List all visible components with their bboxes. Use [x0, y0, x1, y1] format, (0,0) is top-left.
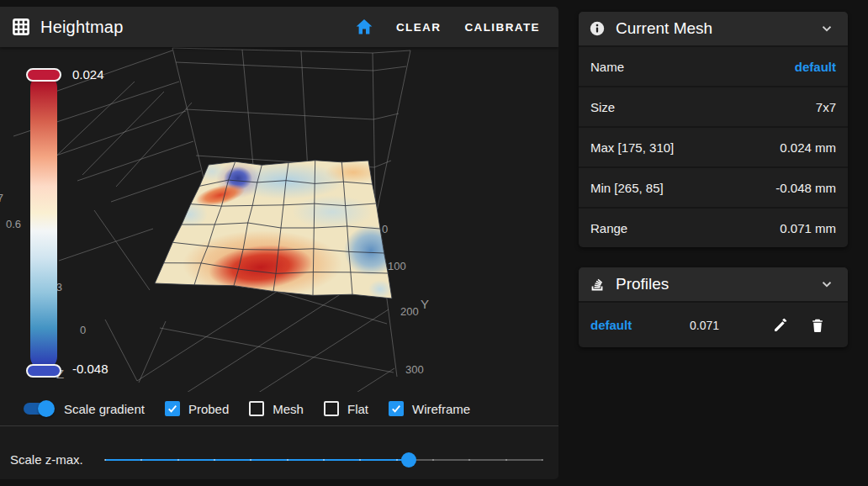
- checkbox-probed-box: [165, 401, 180, 416]
- scale-gradient-label: Scale gradient: [64, 402, 145, 416]
- checkbox-flat-box: [324, 401, 339, 416]
- profile-name-link[interactable]: default: [590, 318, 690, 332]
- mesh-surface: [155, 161, 398, 298]
- calibrate-button[interactable]: CALIBRATE: [453, 13, 552, 42]
- mesh-row-range-label: Range: [590, 221, 627, 235]
- checkbox-probed[interactable]: Probed: [165, 401, 229, 416]
- colorbar-min-label: -0.048: [72, 362, 108, 376]
- current-mesh-card: Current Mesh Name default Size 7x7 Max […: [579, 12, 848, 247]
- mesh-row-min-label: Min [265, 85]: [590, 181, 664, 195]
- checkbox-wireframe[interactable]: Wireframe: [389, 401, 470, 416]
- checkbox-probed-label: Probed: [188, 402, 229, 416]
- mesh-row-range: Range 0.071 mm: [579, 207, 848, 247]
- pencil-icon: [772, 317, 789, 334]
- mesh-row-max: Max [175, 310] 0.024 mm: [579, 126, 848, 166]
- profiles-card: Profiles default 0.071: [579, 267, 848, 347]
- mesh-row-max-value: 0.024 mm: [780, 140, 836, 155]
- checkbox-flat-label: Flat: [347, 402, 368, 416]
- heightmap-card: Heightmap CLEAR CALIBRATE: [0, 7, 558, 479]
- colorbar-min-handle[interactable]: [26, 364, 61, 378]
- home-position-button[interactable]: [344, 10, 384, 44]
- y-tick-100: 100: [388, 260, 406, 272]
- y-tick-0: 0: [382, 223, 388, 235]
- plot-canvas: 0.7 0.6 0.3 0 Z 0 100 200 300 Y: [0, 47, 558, 392]
- mesh-row-min: Min [265, 85] -0.048 mm: [579, 166, 848, 207]
- checkbox-wireframe-box: [389, 401, 404, 416]
- mesh-row-size-value: 7x7: [816, 100, 836, 114]
- checkbox-wireframe-label: Wireframe: [412, 402, 470, 416]
- current-mesh-title: Current Mesh: [616, 19, 816, 38]
- zmax-slider-thumb[interactable]: [401, 452, 416, 468]
- checkbox-mesh[interactable]: Mesh: [249, 401, 304, 416]
- page-title: Heightmap: [40, 18, 124, 37]
- stack-icon: [589, 276, 606, 293]
- edit-profile-button[interactable]: [762, 312, 799, 339]
- scale-gradient-toggle[interactable]: [23, 400, 53, 417]
- colorbar-max-label: 0.024: [72, 67, 104, 82]
- y-tick-300: 300: [405, 363, 424, 376]
- heightmap-toolbar: Heightmap CLEAR CALIBRATE: [0, 7, 558, 47]
- z-tick-0-6: 0.6: [6, 218, 21, 230]
- profiles-collapse-button[interactable]: [816, 273, 838, 295]
- y-axis-label: Y: [421, 297, 429, 311]
- mesh-row-name-value[interactable]: default: [795, 60, 836, 74]
- colorbar-scale: [30, 71, 57, 374]
- current-mesh-collapse-button[interactable]: [816, 18, 838, 40]
- zmax-slider-label: Scale z-max.: [10, 452, 83, 467]
- mesh-row-min-value: -0.048 mm: [775, 181, 836, 195]
- display-options-row: Scale gradient Probed Mesh Flat Wirefram…: [0, 392, 558, 425]
- checkbox-mesh-box: [249, 401, 264, 416]
- current-mesh-header: Current Mesh: [579, 12, 848, 45]
- mesh-row-range-value: 0.071 mm: [780, 221, 836, 235]
- info-icon: [589, 20, 606, 37]
- mesh-row-size-label: Size: [590, 100, 615, 114]
- colorbar-max-handle[interactable]: [26, 68, 61, 82]
- checkbox-mesh-label: Mesh: [273, 402, 304, 416]
- delete-profile-button[interactable]: [799, 312, 836, 339]
- heightmap-3d-plot[interactable]: 0.7 0.6 0.3 0 Z 0 100 200 300 Y: [0, 47, 558, 392]
- y-tick-200: 200: [400, 305, 419, 318]
- profiles-title: Profiles: [616, 275, 816, 293]
- home-icon: [354, 17, 374, 37]
- grid-icon: [12, 18, 30, 36]
- trash-icon: [809, 317, 826, 334]
- zmax-slider[interactable]: [105, 452, 542, 468]
- mesh-row-max-label: Max [175, 310]: [590, 140, 674, 155]
- clear-button[interactable]: CLEAR: [384, 13, 453, 42]
- z-tick-0-7: 0.7: [0, 192, 3, 204]
- colorbar-gradient: [30, 74, 57, 370]
- profile-row-default: default 0.071: [579, 301, 848, 347]
- zmax-slider-row: Scale z-max.: [0, 426, 558, 478]
- profiles-header: Profiles: [579, 267, 848, 301]
- mesh-row-size: Size 7x7: [579, 86, 848, 126]
- mesh-row-name-label: Name: [590, 60, 624, 74]
- profile-range-value: 0.071: [690, 319, 762, 332]
- z-tick-0: 0: [80, 324, 86, 336]
- mesh-row-name: Name default: [579, 45, 848, 86]
- checkbox-flat[interactable]: Flat: [324, 401, 368, 416]
- zmax-slider-fill: [105, 459, 409, 461]
